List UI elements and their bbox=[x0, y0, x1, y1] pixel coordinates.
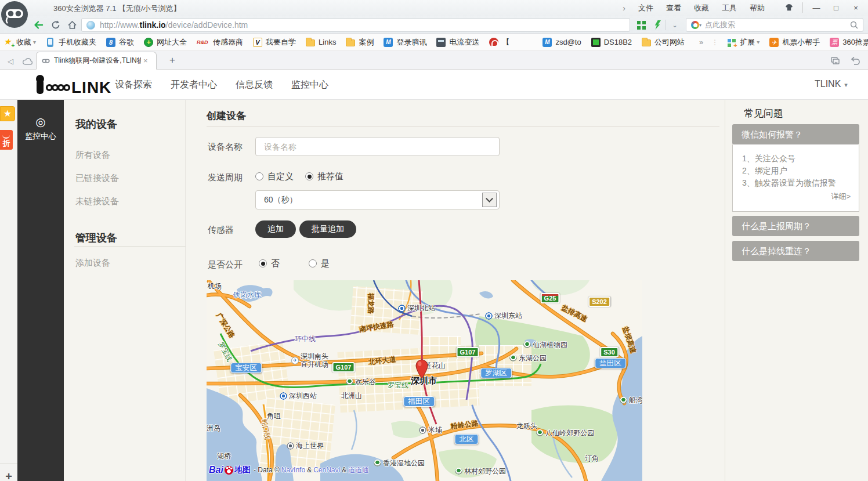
map-label: 米埔 bbox=[419, 426, 442, 434]
faq-q3-header[interactable]: 什么是掉线重连？ bbox=[732, 241, 859, 261]
maximize-button[interactable]: □ bbox=[827, 1, 845, 14]
device-name-input[interactable] bbox=[255, 137, 500, 156]
append-button[interactable]: 追加 bbox=[255, 220, 296, 238]
map-label: 角咀 bbox=[267, 412, 281, 420]
attribution-link[interactable]: CenNavi bbox=[313, 466, 340, 474]
bookmark-item[interactable]: 网址大全 bbox=[144, 37, 187, 48]
menu-item-all-devices[interactable]: 所有设备 bbox=[75, 150, 110, 161]
plane-icon: ✈ bbox=[291, 357, 299, 364]
bookmark-item[interactable]: 登录腾讯 bbox=[384, 37, 426, 48]
bookmarks-overflow-button[interactable]: » bbox=[699, 38, 703, 46]
home-button[interactable] bbox=[65, 19, 79, 31]
undo-arrow-icon bbox=[851, 57, 860, 65]
menu-tools[interactable]: 工具 bbox=[722, 3, 737, 13]
baidu-paw-icon bbox=[225, 466, 233, 475]
tab-list-button[interactable] bbox=[829, 55, 842, 67]
attribution-link[interactable]: NavInfo bbox=[281, 466, 305, 474]
bookmark-item[interactable]: 电流变送 bbox=[436, 37, 479, 48]
bookmark-favorites[interactable]: 收藏▾ bbox=[3, 37, 36, 48]
faq-q1-header[interactable]: 微信如何报警？ bbox=[732, 124, 859, 144]
minimize-button[interactable]: — bbox=[808, 1, 825, 14]
period-select[interactable]: 60（秒） bbox=[255, 190, 500, 209]
ticket-grabber-button[interactable]: 360抢票王 bbox=[830, 37, 868, 48]
search-box[interactable]: ▾ 点此搜索 bbox=[686, 18, 863, 32]
batch-append-button[interactable]: 批量追加 bbox=[299, 220, 356, 238]
period-recommended-option[interactable]: 推荐值 bbox=[305, 171, 343, 182]
nav-developer-center[interactable]: 开发者中心 bbox=[171, 79, 217, 91]
bookmark-item[interactable]: zsd@to bbox=[542, 38, 581, 47]
star-add-icon bbox=[3, 38, 13, 47]
speed-mode-button[interactable] bbox=[651, 19, 664, 31]
map-attribution: Bai 地图 - Data © NavInfo & CenNavi & 道道通 bbox=[209, 465, 371, 475]
discount-gadget-icon[interactable]: 折 bbox=[0, 130, 13, 150]
tab-active[interactable]: Tlink物联网-创建设备,TLIN物联网 × bbox=[36, 52, 157, 70]
cloud-sync-button[interactable] bbox=[21, 55, 35, 67]
bookmark-item[interactable]: 手机收藏夹 bbox=[46, 37, 96, 48]
radio-unchecked-icon[interactable] bbox=[255, 172, 263, 180]
user-account-menu[interactable]: TLINK▾ bbox=[815, 79, 848, 89]
expand-rail-button[interactable]: + bbox=[0, 469, 17, 481]
site-nav: 设备探索 开发者中心 信息反馈 监控中心 bbox=[115, 79, 328, 91]
period-custom-option[interactable]: 自定义 bbox=[255, 171, 294, 182]
radio-checked-icon[interactable] bbox=[305, 172, 313, 180]
chevron-down-icon: ⌄ bbox=[672, 21, 677, 29]
menu-collapse-icon[interactable]: › bbox=[623, 3, 625, 13]
tlink-logo[interactable]: LINK bbox=[34, 74, 121, 99]
bookmark-folder[interactable]: Links bbox=[306, 38, 336, 46]
weibo-icon bbox=[489, 38, 498, 47]
address-bar[interactable]: http://www.tlink.io/device/addDevice.htm bbox=[81, 18, 630, 32]
poi-icon bbox=[287, 442, 294, 450]
sidebar-monitor-center[interactable]: ◎ 监控中心 bbox=[17, 100, 64, 481]
location-pin-icon[interactable] bbox=[414, 359, 429, 379]
flight-helper-button[interactable]: 机票小帮手 bbox=[769, 37, 820, 48]
menu-view[interactable]: 查看 bbox=[666, 3, 681, 13]
search-engine-icon[interactable] bbox=[691, 21, 699, 29]
baidu-map[interactable]: 机场铁岗水库福龙路深圳北站G25S202盐排高速深圳东站广深公路环中线南坪快速路… bbox=[207, 280, 642, 481]
nav-device-explore[interactable]: 设备探索 bbox=[115, 79, 152, 91]
menu-heading-my-devices: 我的设备 bbox=[75, 117, 117, 131]
close-button[interactable]: × bbox=[847, 1, 865, 14]
bookmark-item[interactable]: 【 bbox=[489, 37, 509, 48]
faq-q2-header[interactable]: 什么是上报周期？ bbox=[732, 216, 859, 236]
menu-item-linked-devices[interactable]: 已链接设备 bbox=[75, 173, 119, 184]
search-icon[interactable] bbox=[850, 21, 858, 29]
refresh-button[interactable] bbox=[49, 19, 63, 31]
park-icon bbox=[536, 429, 544, 437]
collapse-sidebar-button[interactable]: ◁ bbox=[3, 55, 17, 67]
bookmark-folder[interactable]: 公司网站 bbox=[642, 37, 685, 48]
back-button[interactable] bbox=[31, 19, 45, 31]
favorite-star-gadget-icon[interactable]: ★ bbox=[0, 106, 15, 121]
search-input[interactable]: 点此搜索 bbox=[705, 20, 850, 30]
reopen-closed-tab-button[interactable] bbox=[848, 55, 862, 67]
menu-favorites[interactable]: 收藏 bbox=[694, 3, 709, 13]
qr-code-button[interactable] bbox=[635, 19, 648, 31]
nav-feedback[interactable]: 信息反馈 bbox=[236, 79, 273, 91]
menu-file[interactable]: 文件 bbox=[638, 3, 653, 13]
bookmark-item[interactable]: 传感器商 bbox=[197, 37, 243, 48]
period-select-value: 60（秒） bbox=[264, 195, 298, 204]
faq-more-link[interactable]: 详细> bbox=[742, 191, 851, 202]
bookmark-folder[interactable]: 案例 bbox=[346, 37, 374, 48]
skin-button[interactable] bbox=[780, 1, 798, 14]
extensions-button[interactable]: 扩展▾ bbox=[727, 37, 760, 48]
search-engine-caret-icon[interactable]: ▾ bbox=[699, 23, 701, 28]
browser-logo-icon[interactable] bbox=[1, 1, 28, 30]
menu-help[interactable]: 帮助 bbox=[750, 3, 765, 13]
nav-monitor-center[interactable]: 监控中心 bbox=[291, 79, 328, 91]
bookmark-item[interactable]: 谷歌 bbox=[106, 37, 134, 48]
chevron-down-icon: ▾ bbox=[33, 39, 36, 45]
new-tab-button[interactable]: + bbox=[165, 55, 180, 66]
bookmark-item[interactable]: 我要自学 bbox=[253, 37, 296, 48]
park-icon bbox=[374, 460, 381, 467]
attribution-link[interactable]: 道道通 bbox=[348, 465, 369, 475]
radio-checked-icon[interactable] bbox=[259, 259, 267, 267]
bookmark-item[interactable]: DS18B2 bbox=[591, 38, 632, 47]
menu-item-add-device[interactable]: 添加设备 bbox=[75, 258, 110, 269]
address-dropdown-button[interactable]: ⌄ bbox=[668, 19, 681, 31]
select-arrow-button[interactable] bbox=[482, 193, 497, 207]
public-yes-option[interactable]: 是 bbox=[309, 258, 330, 269]
radio-unchecked-icon[interactable] bbox=[309, 259, 317, 267]
tab-close-icon[interactable]: × bbox=[143, 56, 148, 65]
menu-item-unlinked-devices[interactable]: 未链接设备 bbox=[75, 196, 119, 207]
public-no-option[interactable]: 否 bbox=[259, 258, 280, 269]
